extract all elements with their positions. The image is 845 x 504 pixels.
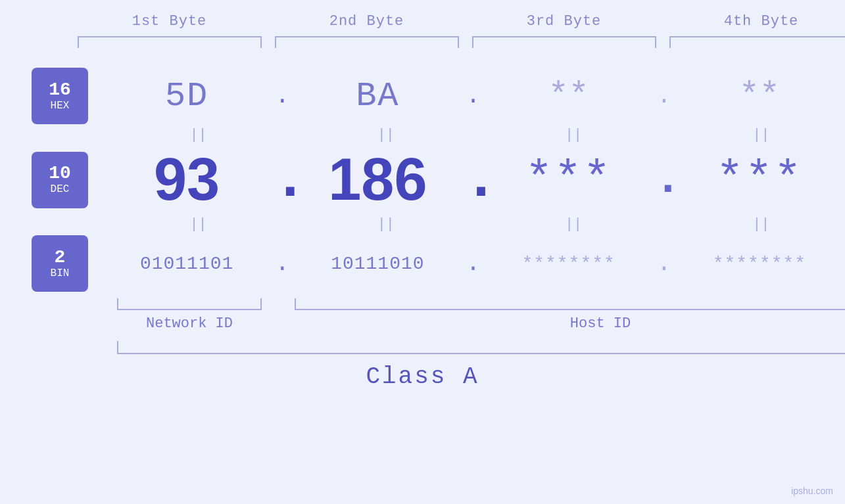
- bin-value-4: ********: [713, 254, 806, 274]
- dec-row: 10 DEC 93 . 186 . *** . ***: [0, 146, 845, 214]
- dec-value-3: ***: [525, 154, 612, 206]
- equals-row-2: || || || ||: [0, 216, 845, 233]
- hex-value-1: 5D: [165, 77, 208, 116]
- class-label: Class A: [366, 363, 479, 390]
- hex-badge-label: HEX: [51, 101, 70, 112]
- bin-badge: 2 BIN: [32, 235, 88, 292]
- dec-dot-2: .: [464, 147, 483, 214]
- network-id-label: Network ID: [117, 315, 262, 332]
- class-row: Class A: [0, 363, 845, 390]
- watermark: ipshu.com: [791, 486, 833, 496]
- bin-value-3: ********: [521, 254, 615, 274]
- dec-value-2: 186: [328, 146, 427, 214]
- equals-2-2: ||: [302, 216, 470, 233]
- dec-badge: 10 DEC: [32, 152, 88, 208]
- hex-row: 16 HEX 5D . BA . ** . **: [0, 68, 845, 124]
- byte-header-4: 4th Byte: [663, 13, 846, 30]
- bracket-1: [78, 36, 262, 48]
- equals-2-1: ||: [114, 216, 282, 233]
- network-bracket: [117, 298, 262, 310]
- hex-badge: 16 HEX: [32, 68, 88, 124]
- equals-2-3: ||: [490, 216, 658, 233]
- bottom-brackets: [117, 298, 845, 310]
- hex-value-2: BA: [356, 77, 399, 116]
- hex-byte-4: **: [674, 77, 845, 116]
- bin-row: 2 BIN 01011101 . 10111010 . ******** . *…: [0, 235, 845, 292]
- top-brackets: [71, 36, 846, 48]
- equals-1-3: ||: [490, 127, 658, 143]
- dec-byte-2: 186: [292, 146, 463, 214]
- bin-badge-number: 2: [55, 248, 66, 268]
- bracket-4: [669, 36, 846, 48]
- host-id-label: Host ID: [295, 315, 845, 332]
- equals-1-1: ||: [114, 127, 282, 143]
- dec-byte-3: ***: [483, 154, 654, 206]
- bottom-labels: Network ID Host ID: [117, 315, 845, 332]
- equals-row-1: || || || ||: [0, 127, 845, 143]
- bin-dot-2: .: [464, 250, 483, 277]
- dec-dot-3: .: [654, 154, 674, 206]
- hex-byte-2: BA: [292, 77, 463, 116]
- dec-badge-number: 10: [49, 164, 71, 184]
- hex-value-3: **: [548, 77, 589, 116]
- byte-header-1: 1st Byte: [71, 13, 268, 30]
- byte-header-2: 2nd Byte: [268, 13, 466, 30]
- bottom-section: Network ID Host ID Class A: [0, 298, 845, 390]
- hex-dot-1: .: [272, 83, 292, 110]
- equals-1-4: ||: [677, 127, 845, 143]
- hex-dot-2: .: [464, 83, 483, 110]
- bin-badge-label: BIN: [51, 268, 70, 280]
- dec-dot-1: .: [272, 147, 292, 214]
- equals-2-4: ||: [677, 216, 845, 233]
- hex-badge-number: 16: [49, 80, 71, 101]
- hex-values: 5D . BA . ** . **: [101, 77, 845, 116]
- equals-1-2: ||: [302, 127, 470, 143]
- bin-value-2: 10111010: [331, 254, 424, 274]
- byte-header-3: 3rd Byte: [466, 13, 663, 30]
- dec-byte-4: ***: [674, 154, 845, 206]
- bin-value-1: 01011101: [140, 254, 233, 274]
- bin-dot-3: .: [654, 250, 674, 277]
- outer-bracket: [117, 341, 845, 354]
- bin-values: 01011101 . 10111010 . ******** . *******…: [101, 250, 845, 277]
- bin-byte-3: ********: [483, 254, 654, 274]
- bin-byte-2: 10111010: [292, 254, 463, 274]
- dec-values: 93 . 186 . *** . ***: [101, 146, 845, 214]
- bracket-2: [275, 36, 459, 48]
- equals-cells-2: || || || ||: [114, 216, 845, 233]
- byte-headers: 1st Byte 2nd Byte 3rd Byte 4th Byte: [71, 13, 846, 30]
- hex-byte-1: 5D: [101, 77, 272, 116]
- bin-dot-1: .: [272, 250, 292, 277]
- dec-byte-1: 93: [101, 146, 272, 214]
- bracket-3: [472, 36, 656, 48]
- bin-byte-4: ********: [674, 254, 845, 274]
- hex-value-4: **: [739, 77, 780, 116]
- hex-byte-3: **: [483, 77, 654, 116]
- hex-dot-3: .: [654, 83, 674, 110]
- dec-value-4: ***: [716, 154, 803, 206]
- dec-badge-label: DEC: [51, 184, 70, 196]
- bin-byte-1: 01011101: [101, 254, 272, 274]
- host-bracket: [295, 298, 845, 310]
- main-container: 1st Byte 2nd Byte 3rd Byte 4th Byte 16 H…: [0, 0, 845, 504]
- dec-value-1: 93: [154, 146, 220, 214]
- bracket-gap: [262, 298, 295, 310]
- equals-cells-1: || || || ||: [114, 127, 845, 143]
